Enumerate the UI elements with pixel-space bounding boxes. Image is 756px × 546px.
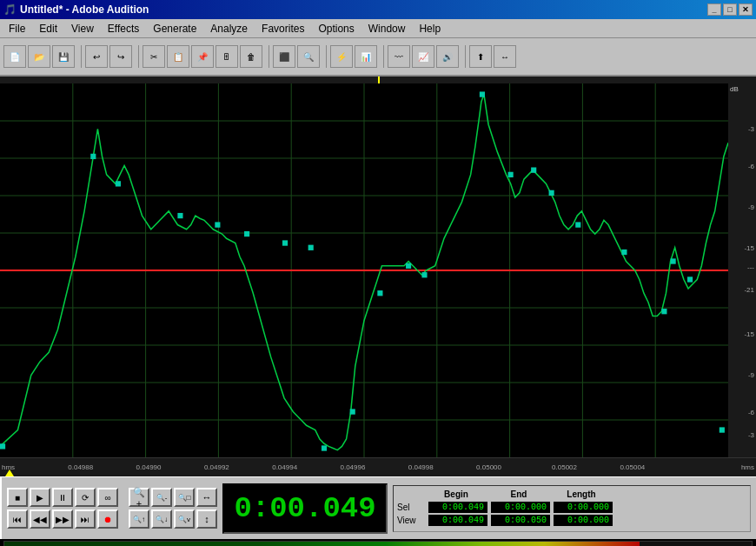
zoom-row-1: 🔍+ 🔍- 🔍□ ↔ (129, 488, 217, 507)
menu-item-analyze[interactable]: Analyze (203, 21, 255, 37)
selection-info: Begin End Length Sel 0:00.049 0:00.000 0… (393, 485, 751, 532)
zoom-full-h-button[interactable]: ↔ (196, 488, 217, 507)
header-begin: Begin (427, 489, 486, 499)
fast-forward-button[interactable]: ▶▶ (52, 509, 73, 529)
toolbar-copy[interactable]: 📋 (167, 45, 189, 68)
menu-item-generate[interactable]: Generate (146, 21, 203, 37)
titlebar-left: 🎵 Untitled* - Adobe Audition (3, 3, 149, 16)
menu-item-help[interactable]: Help (412, 21, 448, 37)
transport-controls: ■ ▶ ⏸ ⟳ ∞ ⏮ ◀◀ ▶▶ ⏭ ⏺ (7, 488, 118, 529)
rewind-button[interactable]: ◀◀ (30, 509, 50, 529)
zoom-out-v-button[interactable]: 🔍↓ (151, 509, 172, 529)
minimize-button[interactable]: _ (707, 3, 721, 16)
transport-row-2: ⏮ ◀◀ ▶▶ ⏭ ⏺ (7, 509, 118, 529)
menu-item-file[interactable]: File (2, 21, 32, 37)
ctrl-point (0, 443, 5, 449)
toolbar-zoom[interactable]: 🔍 (297, 45, 320, 68)
view-begin-val: 0:00.049 (428, 515, 487, 526)
toolbar-time-sel[interactable]: ↔ (494, 45, 516, 68)
stop-button[interactable]: ■ (7, 488, 28, 507)
time-label-hms-right: hms (741, 463, 754, 471)
close-button[interactable]: ✕ (739, 3, 753, 16)
zoom-in-v-button[interactable]: 🔍↑ (129, 509, 149, 529)
sel-row: Sel 0:00.049 0:00.000 0:00.000 (397, 502, 746, 513)
header-end: End (489, 489, 548, 499)
view-end-val: 0:00.050 (491, 515, 550, 526)
toolbar-sep-1 (78, 45, 82, 68)
db-label-inf: --- (747, 263, 754, 270)
zoom-in-h-button[interactable]: 🔍+ (129, 488, 149, 507)
ctrl-point (90, 154, 96, 159)
db-label-9bot: -9 (748, 371, 754, 379)
toolbar-redo[interactable]: ↪ (109, 45, 132, 68)
waveform-svg (0, 83, 728, 457)
time-display: 0:00.049 (222, 483, 388, 534)
menu-item-view[interactable]: View (64, 21, 101, 37)
zoom-out-h-button[interactable]: 🔍- (151, 488, 172, 507)
ctrl-point (215, 222, 220, 227)
top-position-bar (0, 77, 756, 83)
toolbar-paste[interactable]: 📌 (191, 45, 214, 68)
zoom-row-2: 🔍↑ 🔍↓ 🔍v ↕ (129, 509, 217, 529)
window-title: Untitled* - Adobe Audition (20, 3, 149, 16)
toolbar-spectral[interactable]: 📊 (355, 45, 377, 68)
toolbar-cursor[interactable]: ⬆ (469, 45, 492, 68)
level-meter-bar: -114 -108 -102 -95 -84 -72 -65 -50 -42 -… (0, 539, 756, 546)
toolbar-new[interactable]: 📄 (3, 45, 26, 68)
ctrl-point (406, 263, 411, 269)
time-label-2: 0.04990 (136, 463, 162, 471)
toolbar-effects[interactable]: ⚡ (330, 45, 353, 68)
toolbar: 📄 📂 💾 ↩ ↪ ✂ 📋 📌 🎚 🗑 ⬛ 🔍 ⚡ 📊 〰 📈 🔊 ⬆ ↔ (0, 38, 756, 77)
time-label-4: 0.04994 (272, 463, 297, 471)
zoom-sel-h-button[interactable]: 🔍□ (174, 488, 195, 507)
time-label-5: 0.04996 (341, 463, 366, 471)
toolbar-sep-2 (136, 45, 139, 68)
db-ruler-label: dB (730, 85, 739, 93)
toolbar-open[interactable]: 📂 (28, 45, 50, 68)
toolbar-undo[interactable]: ↩ (85, 45, 108, 68)
db-label-6top: -6 (748, 162, 754, 170)
ctrl-point (720, 427, 725, 432)
db-label-21: -21 (744, 285, 754, 293)
ctrl-point (531, 167, 536, 172)
titlebar-buttons: _ □ ✕ (707, 3, 753, 16)
toolbar-delete[interactable]: 🗑 (240, 45, 262, 68)
menu-item-favorites[interactable]: Favorites (255, 21, 311, 37)
toolbar-sep-3 (266, 45, 269, 68)
zoom-sel-v-button[interactable]: 🔍v (174, 509, 195, 529)
menu-item-window[interactable]: Window (361, 21, 413, 37)
toolbar-sep-6 (462, 45, 466, 68)
toolbar-mix[interactable]: 🎚 (216, 45, 238, 68)
loop-button[interactable]: ⟳ (75, 488, 96, 507)
toolbar-freq[interactable]: 〰 (388, 45, 410, 68)
record-button[interactable]: ⏺ (97, 509, 118, 529)
repeat-button[interactable]: ∞ (97, 488, 118, 507)
transport-row-1: ■ ▶ ⏸ ⟳ ∞ (7, 488, 118, 507)
toolbar-save[interactable]: 💾 (52, 45, 75, 68)
toolbar-analyze[interactable]: 📈 (412, 45, 434, 68)
ctrl-point (421, 272, 427, 277)
toolbar-select-all[interactable]: ⬛ (273, 45, 295, 68)
play-button[interactable]: ▶ (30, 488, 50, 507)
maximize-button[interactable]: □ (723, 3, 737, 16)
go-end-button[interactable]: ⏭ (75, 509, 96, 529)
menu-item-edit[interactable]: Edit (32, 21, 64, 37)
toolbar-noise[interactable]: 🔊 (436, 45, 459, 68)
toolbar-cut[interactable]: ✂ (143, 45, 165, 68)
go-start-button[interactable]: ⏮ (7, 509, 28, 529)
menu-item-effects[interactable]: Effects (101, 21, 146, 37)
view-row: View 0:00.049 0:00.050 0:00.000 (397, 515, 746, 526)
db-label-15top: -15 (744, 244, 754, 252)
zoom-full-v-button[interactable]: ↕ (196, 509, 217, 529)
view-length-val: 0:00.000 (554, 515, 613, 526)
ctrl-point (177, 213, 182, 218)
time-label-hms-left: hms (2, 463, 15, 471)
header-length: Length (552, 489, 611, 499)
pause-button[interactable]: ⏸ (52, 488, 73, 507)
waveform-display[interactable] (0, 83, 728, 457)
time-label-8: 0.05002 (552, 463, 577, 471)
ctrl-point (480, 91, 485, 97)
transport-area: ■ ▶ ⏸ ⟳ ∞ ⏮ ◀◀ ▶▶ ⏭ ⏺ 🔍+ 🔍- 🔍□ ↔ 🔍↑ 🔍↓ 🔍… (0, 476, 756, 539)
menu-item-options[interactable]: Options (311, 21, 361, 37)
ctrl-point (687, 276, 693, 282)
